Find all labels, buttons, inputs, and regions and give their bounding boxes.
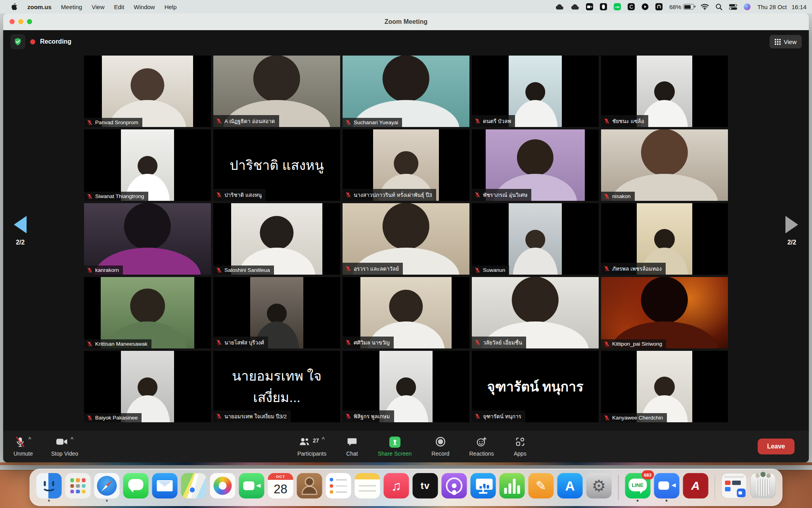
participant-tile[interactable]: Suchanari Yueayai xyxy=(343,56,469,127)
dock-item-podcasts[interactable] xyxy=(442,473,467,502)
line-menubar-icon[interactable]: LINE xyxy=(614,3,621,10)
dock-item-launchpad[interactable] xyxy=(65,473,91,502)
menu-item-window[interactable]: Window xyxy=(129,4,159,10)
next-page-arrow-icon[interactable] xyxy=(785,216,798,233)
dock-item-reminders[interactable] xyxy=(326,473,351,502)
participants-button[interactable]: 27 ^ Participants xyxy=(297,431,326,462)
contacts-dock-icon[interactable] xyxy=(297,473,322,498)
dock-item-keynote[interactable] xyxy=(471,473,496,502)
appletv-dock-icon[interactable]: tv xyxy=(413,473,438,498)
unmute-options-chevron[interactable]: ^ xyxy=(28,436,31,442)
dock-item-acrobat[interactable]: A xyxy=(683,473,708,502)
participant-tile[interactable]: วลัยวัลย์ เอี่ยมชื่น xyxy=(472,277,599,348)
dock-item-safari[interactable] xyxy=(94,473,120,502)
creative-cloud-icon[interactable] xyxy=(628,3,635,10)
cloud-icon-1[interactable] xyxy=(555,4,564,10)
leave-button[interactable]: Leave xyxy=(758,439,795,454)
participant-tile[interactable]: พิสิฐกร พูลเกษม xyxy=(343,351,469,422)
dock-item-zoom[interactable] xyxy=(654,473,679,502)
participant-tile[interactable]: Krittisan Maneesawak xyxy=(84,277,211,348)
menu-item-meeting[interactable]: Meeting xyxy=(56,4,87,10)
participant-tile[interactable]: ศศิวิมล นาขวัญ xyxy=(343,277,469,348)
facetime-dock-icon[interactable] xyxy=(239,473,264,498)
participant-tile[interactable]: Baiyok Pakasinee xyxy=(84,351,211,422)
dock-item-calendar[interactable]: OCT28 xyxy=(268,473,293,502)
finder-dock-icon[interactable] xyxy=(36,473,62,498)
dock-item-facetime[interactable] xyxy=(239,473,264,502)
participants-options-chevron[interactable]: ^ xyxy=(322,436,325,442)
participant-tile[interactable]: Siwanat Thiangtrong xyxy=(84,129,211,201)
dock-item-minwin[interactable] xyxy=(722,473,747,502)
participant-tile[interactable]: นายโสฬส บุรีวงศ์ xyxy=(213,277,340,348)
battery-indicator[interactable]: 68% xyxy=(669,4,694,10)
next-page-nav[interactable]: 2/2 xyxy=(778,216,806,246)
control-center-icon[interactable] xyxy=(729,4,737,10)
apple-menu-icon[interactable] xyxy=(6,3,23,10)
participant-tile[interactable]: ปาริชาติ แสงหนูปาริชาติ แสงหนู xyxy=(213,129,340,201)
keynote-dock-icon[interactable] xyxy=(471,473,496,498)
dock-item-numbers[interactable] xyxy=(500,473,525,502)
wifi-icon[interactable] xyxy=(701,4,709,10)
view-button[interactable]: View xyxy=(770,35,802,48)
participant-tile[interactable]: Panvad Sronprom xyxy=(84,56,211,127)
share-screen-button[interactable]: Share Screen xyxy=(378,431,412,462)
dock-item-music[interactable]: ♫ xyxy=(384,473,409,502)
participant-tile[interactable]: ภัทรพล เพชรล้อมทอง xyxy=(601,203,728,275)
cloud-icon-2[interactable] xyxy=(571,4,579,10)
settings-dock-icon[interactable]: ⚙ xyxy=(586,473,612,498)
messages-dock-icon[interactable] xyxy=(123,473,149,498)
security-shield-icon[interactable] xyxy=(10,34,25,49)
dock-item-appstore[interactable]: A xyxy=(557,473,583,502)
dock-item-finder[interactable] xyxy=(36,473,62,502)
participant-tile[interactable]: ดนตรี บัวลพ xyxy=(472,56,599,127)
line-dock-icon[interactable]: LINE683 xyxy=(625,473,650,498)
participant-tile[interactable]: ชัยชนะ แซ่ล้อ xyxy=(601,56,728,127)
menu-item-view[interactable]: View xyxy=(87,4,109,10)
camera-app-icon[interactable] xyxy=(586,3,593,10)
pages-dock-icon[interactable]: ✎ xyxy=(529,473,554,498)
trash-dock-icon[interactable] xyxy=(751,473,776,498)
previous-page-arrow-icon[interactable] xyxy=(14,216,27,233)
stop-video-options-chevron[interactable]: ^ xyxy=(71,436,74,442)
dock-item-messages[interactable] xyxy=(123,473,149,502)
previous-page-nav[interactable]: 2/2 xyxy=(6,216,34,246)
close-button[interactable] xyxy=(10,19,15,24)
play-app-icon[interactable] xyxy=(642,3,649,10)
recorder-app-icon[interactable] xyxy=(600,3,607,10)
dock-item-line[interactable]: LINE683 xyxy=(625,473,650,502)
participant-tile[interactable]: อรวรา และลดาวัลย์ xyxy=(343,203,469,275)
participant-tile[interactable]: Kittipon_pai Siriwong xyxy=(601,277,728,348)
launchpad-dock-icon[interactable] xyxy=(65,473,91,498)
menu-item-edit[interactable]: Edit xyxy=(109,4,129,10)
dock-item-notes[interactable] xyxy=(355,473,380,502)
menu-app-name[interactable]: zoom.us xyxy=(23,4,56,10)
apps-button[interactable]: Apps xyxy=(514,431,527,462)
mail-dock-icon[interactable] xyxy=(152,473,178,498)
participant-tile[interactable]: Suwanun xyxy=(472,203,599,275)
menu-item-help[interactable]: Help xyxy=(160,4,182,10)
participant-tile[interactable]: นายอมรเทพ ใจเสงี่ยม...นายอมรเทพ ใจเสงี่ย… xyxy=(213,351,340,422)
spotlight-search-icon[interactable] xyxy=(716,4,722,10)
dock-item-contacts[interactable] xyxy=(297,473,322,502)
chat-button[interactable]: Chat xyxy=(346,431,358,462)
dock-item-appletv[interactable]: tv xyxy=(413,473,438,502)
dock-item-photos[interactable] xyxy=(210,473,236,502)
music-dock-icon[interactable]: ♫ xyxy=(384,473,409,498)
minwin-dock-icon[interactable] xyxy=(722,473,747,498)
participant-tile[interactable]: Kanyawee Cherdchin xyxy=(601,351,728,422)
participant-tile[interactable]: นางสาวปภาวรินท์ หรั่งเผ่าพันธุ์ ปี3 xyxy=(343,129,469,201)
calendar-dock-icon[interactable]: OCT28 xyxy=(268,473,293,498)
dock-item-pages[interactable]: ✎ xyxy=(529,473,554,502)
fullscreen-button[interactable] xyxy=(27,19,32,24)
participant-tile[interactable]: A ณัฏฐธิดา อ่อนสอาด xyxy=(213,56,340,127)
participant-tile[interactable]: พัชราภรณ์ อุ่นวิเศษ xyxy=(472,129,599,201)
record-button[interactable]: Record xyxy=(431,431,449,462)
maps-dock-icon[interactable] xyxy=(181,473,207,498)
siri-icon[interactable] xyxy=(744,4,751,10)
unmute-button[interactable]: ^ Unmute xyxy=(13,431,33,462)
podcasts-dock-icon[interactable] xyxy=(442,473,467,498)
stop-video-button[interactable]: ^ Stop Video xyxy=(51,431,78,462)
menu-clock[interactable]: Thu 28 Oct 16:14 xyxy=(757,4,806,10)
dock-item-trash[interactable] xyxy=(751,473,776,502)
participant-tile[interactable]: Saloshini Sanitleua xyxy=(213,203,340,275)
